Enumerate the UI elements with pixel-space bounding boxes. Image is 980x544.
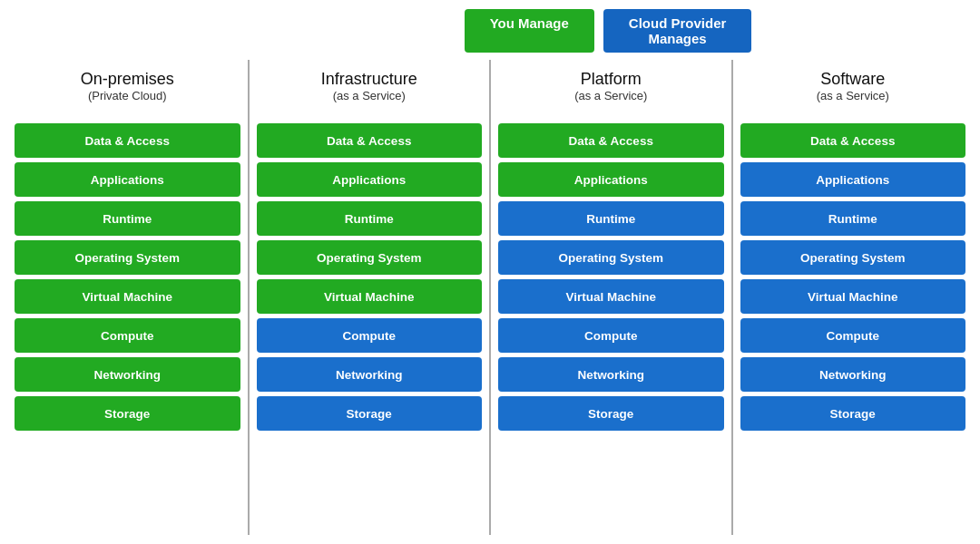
tile-iaas-data-&-access: Data & Access <box>257 123 483 158</box>
column-title-on-premises: On-premises <box>81 70 174 90</box>
tile-paas-networking: Networking <box>498 357 724 392</box>
tile-paas-data-&-access: Data & Access <box>498 123 724 158</box>
column-iaas: Infrastructure(as a Service)Data & Acces… <box>251 60 488 435</box>
column-title-saas: Software <box>820 70 885 90</box>
column-saas: Software(as a Service)Data & AccessAppli… <box>735 60 972 435</box>
column-subtitle-saas: (as a Service) <box>817 89 889 104</box>
tile-paas-runtime: Runtime <box>498 201 724 236</box>
tile-on-premises-networking: Networking <box>15 357 240 392</box>
column-header-paas: Platform(as a Service) <box>574 60 647 114</box>
column-subtitle-on-premises: (Private Cloud) <box>88 89 167 104</box>
tile-iaas-virtual-machine: Virtual Machine <box>257 279 483 314</box>
columns-container: On-premises(Private Cloud)Data & AccessA… <box>9 60 971 535</box>
column-paas: Platform(as a Service)Data & AccessAppli… <box>493 60 730 435</box>
tile-paas-operating-system: Operating System <box>498 240 724 275</box>
column-divider <box>248 60 250 535</box>
tile-saas-virtual-machine: Virtual Machine <box>740 279 966 314</box>
tile-on-premises-storage: Storage <box>15 396 240 431</box>
tile-iaas-networking: Networking <box>257 357 483 392</box>
tile-paas-virtual-machine: Virtual Machine <box>498 279 724 314</box>
tile-saas-data-&-access: Data & Access <box>740 123 966 158</box>
column-header-iaas: Infrastructure(as a Service) <box>321 60 417 114</box>
tile-saas-applications: Applications <box>740 162 966 197</box>
tile-on-premises-runtime: Runtime <box>15 201 240 236</box>
tile-iaas-storage: Storage <box>257 396 483 431</box>
you-manage-badge: You Manage <box>465 9 594 53</box>
tile-paas-storage: Storage <box>498 396 724 431</box>
tile-iaas-runtime: Runtime <box>257 201 483 236</box>
column-on-premises: On-premises(Private Cloud)Data & AccessA… <box>9 60 246 435</box>
column-header-saas: Software(as a Service) <box>817 60 889 114</box>
tile-iaas-operating-system: Operating System <box>257 240 483 275</box>
column-divider <box>489 60 491 535</box>
tile-paas-compute: Compute <box>498 318 724 353</box>
tile-iaas-applications: Applications <box>257 162 483 197</box>
tile-saas-compute: Compute <box>740 318 966 353</box>
tile-on-premises-compute: Compute <box>15 318 240 353</box>
column-subtitle-paas: (as a Service) <box>574 89 647 104</box>
tile-saas-runtime: Runtime <box>740 201 966 236</box>
column-header-on-premises: On-premises(Private Cloud) <box>81 60 174 114</box>
column-title-iaas: Infrastructure <box>321 70 417 90</box>
tile-saas-networking: Networking <box>740 357 966 392</box>
tile-on-premises-data-&-access: Data & Access <box>15 123 240 158</box>
column-divider <box>731 60 733 535</box>
tile-paas-applications: Applications <box>498 162 724 197</box>
column-subtitle-iaas: (as a Service) <box>333 89 406 104</box>
tile-on-premises-virtual-machine: Virtual Machine <box>15 279 240 314</box>
tile-on-premises-applications: Applications <box>15 162 240 197</box>
legend-area: You Manage Cloud ProviderManages <box>9 9 971 53</box>
tile-on-premises-operating-system: Operating System <box>15 240 240 275</box>
tile-iaas-compute: Compute <box>257 318 483 353</box>
column-title-paas: Platform <box>581 70 642 90</box>
tile-saas-storage: Storage <box>740 396 966 431</box>
tile-saas-operating-system: Operating System <box>740 240 966 275</box>
cloud-manages-badge: Cloud ProviderManages <box>603 9 752 53</box>
